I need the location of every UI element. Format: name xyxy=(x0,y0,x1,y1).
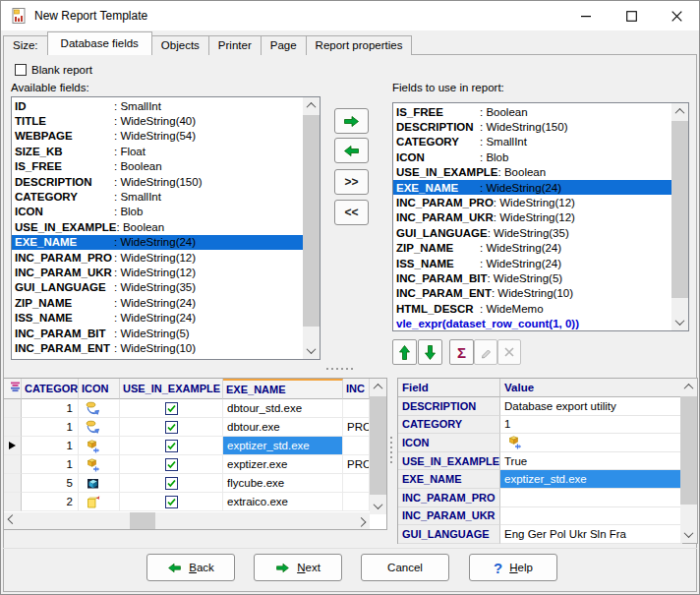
cell-icon[interactable] xyxy=(79,418,120,437)
field-cell-inc-param-pro[interactable]: INC_PARAM_PRO xyxy=(398,489,500,507)
minimize-button[interactable] xyxy=(563,1,609,30)
field-cell-icon[interactable]: ICON xyxy=(398,434,500,452)
move-field-down-button[interactable] xyxy=(418,339,442,365)
cell-use-in-example[interactable] xyxy=(120,399,223,418)
remove-field-button[interactable] xyxy=(334,138,369,163)
field-cell-category[interactable]: CATEGORY xyxy=(398,416,500,435)
value-cell-exe-name[interactable]: exptizer_std.exe xyxy=(500,470,682,489)
cell-exe-name[interactable]: exptizer.exe xyxy=(223,455,343,474)
horizontal-splitter[interactable] xyxy=(326,368,353,370)
available-list-scrollbar[interactable] xyxy=(303,97,320,359)
row-indicator[interactable] xyxy=(4,399,22,418)
cell-icon[interactable] xyxy=(79,493,120,511)
tab-database-fields[interactable]: Database fields xyxy=(47,31,152,55)
field-item-category[interactable]: CATEGORY: SmallInt xyxy=(12,189,303,204)
field-item-is-free[interactable]: IS_FREE: Boolean xyxy=(393,104,671,119)
column-header-exe-name[interactable]: EXE_NAME xyxy=(223,379,343,399)
field-item-id[interactable]: ID: SmallInt xyxy=(12,98,303,113)
close-button[interactable] xyxy=(654,1,699,30)
field-item-iss-name[interactable]: ISS_NAME: WideString(24) xyxy=(393,256,671,270)
tab-printer[interactable]: Printer xyxy=(208,35,262,55)
field-cell-use-in-example[interactable]: USE_IN_EXAMPLE xyxy=(398,452,500,471)
cell-inc[interactable] xyxy=(343,493,370,511)
value-cell-inc-param-pro[interactable] xyxy=(500,489,682,507)
cell-exe-name[interactable]: flycube.exe xyxy=(223,474,343,493)
value-column-header[interactable]: Value xyxy=(500,379,682,397)
move-field-up-button[interactable] xyxy=(392,339,417,365)
next-button[interactable]: Next xyxy=(254,554,342,581)
cell-inc[interactable] xyxy=(343,474,370,493)
cell-icon[interactable] xyxy=(79,474,120,493)
scroll-thumb[interactable] xyxy=(370,396,386,495)
field-item-use-in-example[interactable]: USE_IN_EXAMPLE: Boolean xyxy=(12,219,303,234)
column-header-icon[interactable]: ICON xyxy=(79,379,120,399)
delete-expression-button[interactable] xyxy=(497,339,521,365)
field-item-use-in-example[interactable]: USE_IN_EXAMPLE: Boolean xyxy=(393,165,671,180)
grid-horizontal-scrollbar[interactable] xyxy=(4,512,370,529)
records-grid[interactable]: CATEGORYICONUSE_IN_EXAMPLEEXE_NAMEINC1db… xyxy=(3,378,387,530)
cell-use-in-example[interactable] xyxy=(120,455,223,474)
cell-icon[interactable] xyxy=(79,455,120,474)
cell-exe-name[interactable]: exptizer_std.exe xyxy=(223,437,343,455)
row-indicator[interactable] xyxy=(4,437,22,455)
edit-expression-button[interactable] xyxy=(474,339,497,365)
cell-category[interactable]: 2 xyxy=(22,493,79,511)
tab-report-properties[interactable]: Report properties xyxy=(306,35,413,55)
scroll-up-arrow[interactable] xyxy=(370,379,386,395)
field-cell-gui-language[interactable]: GUI_LANGUAGE xyxy=(398,525,500,544)
tab-size[interactable]: Size: xyxy=(3,35,48,55)
field-item-inc-param-ent[interactable]: INC_PARAM_ENT: WideString(10) xyxy=(12,340,303,355)
blank-report-checkbox[interactable] xyxy=(15,64,27,76)
tab-objects[interactable]: Objects xyxy=(151,35,209,55)
field-item-inc-param-ent[interactable]: INC_PARAM_ENT: WideString(10) xyxy=(393,286,671,301)
field-item-description[interactable]: DESCRIPTION: WideString(150) xyxy=(12,174,303,189)
cell-inc[interactable]: PRO xyxy=(343,418,370,437)
field-value-scrollbar[interactable] xyxy=(680,379,697,543)
row-indicator[interactable] xyxy=(4,455,22,474)
value-cell-gui-language[interactable]: Eng Ger Pol Ukr Sln Fra xyxy=(500,525,682,544)
report-list-scrollbar[interactable] xyxy=(671,103,688,330)
expression-item[interactable]: vle_expr(dataset_row_count(1, 0)) xyxy=(393,316,671,330)
cell-icon[interactable] xyxy=(79,399,120,418)
scroll-right-arrow[interactable] xyxy=(353,512,370,529)
field-item-inc-param-pro[interactable]: INC_PARAM_PRO: WideString(12) xyxy=(393,195,671,209)
report-fields-list[interactable]: IS_FREE: BooleanDESCRIPTION: WideString(… xyxy=(392,102,689,331)
field-item-category[interactable]: CATEGORY: SmallInt xyxy=(393,135,671,149)
scroll-up-arrow[interactable] xyxy=(303,97,320,114)
scroll-up-arrow[interactable] xyxy=(680,379,697,395)
field-item-exe-name[interactable]: EXE_NAME: WideString(24) xyxy=(393,180,671,195)
field-cell-exe-name[interactable]: EXE_NAME xyxy=(398,470,500,489)
cell-use-in-example[interactable] xyxy=(120,493,223,511)
scroll-down-arrow[interactable] xyxy=(671,314,688,330)
grid-vertical-scrollbar[interactable] xyxy=(370,379,386,514)
help-button[interactable]: ?Help xyxy=(469,554,557,581)
cell-exe-name[interactable]: extraico.exe xyxy=(223,493,343,511)
cell-use-in-example[interactable] xyxy=(120,418,223,437)
value-cell-icon[interactable] xyxy=(500,434,682,452)
field-item-size-kb[interactable]: SIZE_KB: Float xyxy=(12,144,303,158)
cell-inc[interactable] xyxy=(343,399,370,418)
value-cell-use-in-example[interactable]: True xyxy=(500,452,682,471)
remove-all-fields-button[interactable]: << xyxy=(334,200,369,225)
field-item-inc-param-ukr[interactable]: INC_PARAM_UKR: WideString(12) xyxy=(393,210,671,225)
field-item-description[interactable]: DESCRIPTION: WideString(150) xyxy=(393,119,671,134)
scroll-thumb[interactable] xyxy=(680,396,697,505)
field-item-html-descr[interactable]: HTML_DESCR: WideMemo xyxy=(393,301,671,316)
field-item-zip-name[interactable]: ZIP_NAME: WideString(24) xyxy=(12,295,303,310)
field-cell-inc-param-ukr[interactable]: INC_PARAM_UKR xyxy=(398,507,500,526)
add-field-button[interactable] xyxy=(334,108,369,134)
scroll-thumb[interactable] xyxy=(303,115,320,327)
field-cell-description[interactable]: DESCRIPTION xyxy=(398,397,500,416)
field-item-iss-name[interactable]: ISS_NAME: WideString(24) xyxy=(12,310,303,325)
field-item-inc-param-bit[interactable]: INC_PARAM_BIT: WideString(5) xyxy=(12,326,303,340)
scroll-up-arrow[interactable] xyxy=(671,103,688,120)
field-item-gui-language[interactable]: GUI_LANGUAGE: WideString(35) xyxy=(12,280,303,295)
field-item-exe-name[interactable]: EXE_NAME: WideString(24) xyxy=(12,235,303,250)
field-item-icon[interactable]: ICON: Blob xyxy=(393,149,671,164)
cell-exe-name[interactable]: dbtour.exe xyxy=(223,418,343,437)
row-indicator[interactable] xyxy=(4,418,22,437)
value-cell-inc-param-ukr[interactable] xyxy=(500,507,682,526)
scroll-thumb[interactable] xyxy=(130,512,155,529)
sum-expression-button[interactable]: Σ xyxy=(449,339,474,365)
back-button[interactable]: Back xyxy=(146,554,235,581)
